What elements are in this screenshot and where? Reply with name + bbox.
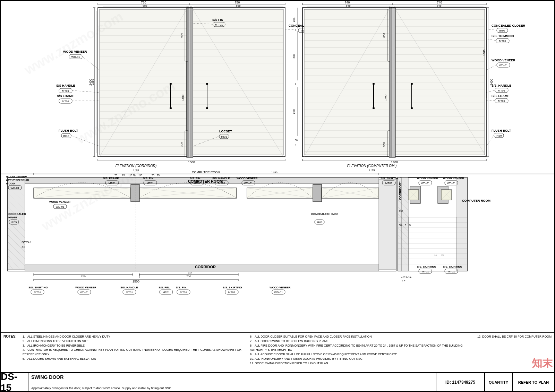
notes-col-2: 6. ALL DOOR CLOSER SUITABLE FOR OPEN FAC…	[250, 334, 473, 371]
note-6: 6. ALL DOOR CLOSER SUITABLE FOR OPEN FAC…	[250, 334, 473, 339]
notes-col-1: 1. ALL STEEL HINGES AND DOOR CLOSER ARE …	[23, 334, 246, 371]
svg-text:CORRIDOR: CORRIDOR	[195, 265, 216, 269]
svg-text:25: 25	[122, 174, 125, 176]
svg-text:75: 75	[114, 174, 117, 176]
svg-text:IR10: IR10	[496, 134, 502, 137]
svg-text:230: 230	[292, 109, 296, 114]
svg-text:CONCEALED: CONCEALED	[8, 212, 26, 216]
svg-text:750: 750	[81, 275, 86, 278]
svg-point-169	[411, 107, 413, 109]
svg-text:S/S. HANDLE: S/S. HANDLE	[212, 177, 230, 180]
svg-text:750: 750	[141, 1, 146, 4]
svg-text:50: 50	[295, 139, 298, 141]
notes-area: NOTES: 1. ALL STEEL HINGES AND DOOR CLOS…	[1, 332, 554, 372]
svg-line-229	[486, 101, 495, 101]
svg-text:1400: 1400	[384, 95, 387, 101]
svg-text:300: 300	[180, 142, 183, 147]
svg-text:ELEVATION (COMPUTER RM.): ELEVATION (COMPUTER RM.)	[347, 164, 397, 168]
footer-subtitle: Approximately 3 hinges for the door, sub…	[31, 386, 433, 390]
svg-text:WOOD VENEER: WOOD VENEER	[270, 286, 291, 289]
svg-text:IR05: IR05	[11, 221, 17, 224]
note-3: 3. ALL IRONMONGERY TO BE REVERSIBLE	[23, 343, 246, 348]
svg-text:S/S. SKIRTING: S/S. SKIRTING	[223, 286, 242, 289]
notes-label: NOTES:	[3, 334, 19, 371]
note-1: 1. ALL STEEL HINGES AND DOOR CLOSER ARE …	[23, 334, 246, 339]
svg-text:WD-01: WD-01	[56, 205, 65, 208]
svg-text:APPLY ON SOLID: APPLY ON SOLID	[6, 178, 29, 182]
svg-line-233	[486, 135, 494, 146]
note-8: 8. ALL FIRE DOOR AND IRONMONGERY WITH FI…	[250, 343, 473, 352]
svg-text:1500: 1500	[188, 160, 195, 164]
svg-line-107	[71, 136, 100, 146]
svg-text:S/S. HANDLE: S/S. HANDLE	[492, 84, 511, 87]
svg-text:WD-01: WD-01	[11, 186, 19, 190]
svg-text:655: 655	[143, 4, 147, 7]
svg-text:750: 750	[186, 275, 191, 278]
svg-text:230: 230	[292, 54, 296, 59]
footer-title-area: SWING DOOR Approximately 3 hinges for th…	[28, 373, 436, 391]
svg-text:WD-01: WD-01	[71, 55, 80, 59]
svg-text:645: 645	[437, 4, 442, 7]
svg-text:517: 517	[188, 271, 192, 274]
svg-text:MT01: MT01	[163, 291, 170, 294]
svg-text:10 10: 10 10	[129, 174, 136, 176]
svg-text:MT01: MT01	[194, 182, 201, 185]
svg-text:95: 95	[139, 174, 142, 176]
svg-text:COMPUTER ROOM: COMPUTER ROOM	[192, 171, 220, 174]
svg-text:MT01: MT01	[498, 89, 505, 92]
drawing-area: 750 750 75 75 655 655 1500 2400 2350	[1, 1, 554, 332]
svg-text:350: 350	[383, 142, 386, 147]
svg-text:S/S. HANDLE: S/S. HANDLE	[120, 286, 138, 289]
svg-text:WD-01: WD-01	[421, 182, 430, 185]
footer-quantity: QUANTITY	[485, 373, 513, 391]
svg-text:MT-01: MT-01	[215, 23, 223, 26]
svg-text:650: 650	[383, 33, 386, 38]
svg-text:MT01: MT01	[109, 182, 116, 185]
svg-text:WOOD VENEER: WOOD VENEER	[443, 177, 464, 180]
svg-text:1500: 1500	[133, 280, 139, 283]
sheet-number: DS-15	[1, 373, 28, 391]
svg-text:1:5: 1:5	[401, 280, 405, 283]
svg-text:S/S. FIN.: S/S. FIN.	[159, 286, 170, 289]
svg-line-95	[285, 29, 298, 30]
svg-text:WD-01: WD-01	[274, 291, 283, 294]
svg-text:S/S. SKIRTING: S/S. SKIRTING	[417, 265, 436, 268]
svg-text:645: 645	[346, 4, 351, 7]
svg-text:WOOD VENEER: WOOD VENEER	[75, 286, 96, 289]
svg-rect-21	[190, 9, 283, 155]
svg-text:WOOD VENEER: WOOD VENEER	[63, 50, 87, 53]
svg-text:8: 8	[295, 82, 296, 85]
svg-text:S/S. FRAME: S/S. FRAME	[492, 94, 510, 98]
svg-text:IR01: IR01	[221, 135, 227, 138]
svg-text:2350: 2350	[91, 79, 94, 85]
svg-text:MT01: MT01	[385, 182, 393, 185]
svg-text:740: 740	[344, 1, 350, 4]
svg-text:COMPUTER ROOM: COMPUTER ROOM	[462, 199, 490, 202]
main-container: 750 750 75 75 655 655 1500 2400 2350	[0, 0, 555, 392]
svg-rect-255	[131, 184, 139, 202]
svg-text:MT01: MT01	[448, 270, 455, 273]
svg-text:MT01: MT01	[62, 89, 69, 93]
svg-text:750: 750	[234, 1, 240, 4]
svg-text:8: 8	[399, 181, 400, 183]
svg-point-50	[170, 107, 172, 109]
notes-columns: 1. ALL STEEL HINGES AND DOOR CLOSER ARE …	[23, 334, 552, 371]
svg-text:230: 230	[399, 210, 403, 212]
svg-line-217	[486, 39, 496, 41]
svg-text:1480: 1480	[271, 171, 278, 174]
note-10: 10. ALL IRONMONGERY AND TIMBER DOOR IS P…	[250, 357, 473, 361]
svg-rect-1	[100, 9, 188, 155]
svg-text:MT01: MT01	[34, 291, 41, 294]
svg-text:1:5: 1:5	[22, 245, 26, 248]
note-7: 7. ALL DOOR SWING TO BE FOLLOW BUILDING …	[250, 339, 473, 343]
svg-line-213	[486, 29, 497, 30]
svg-point-168	[411, 83, 413, 85]
svg-text:WD-01: WD-01	[244, 182, 253, 185]
svg-line-221	[486, 65, 497, 70]
svg-text:650: 650	[180, 33, 183, 38]
svg-point-166	[373, 107, 375, 109]
note-4: 4. CONTRACTOR IS REQUIRED TO CHECK AGAIN…	[23, 348, 246, 357]
svg-text:740: 740	[437, 1, 442, 4]
svg-text:655: 655	[236, 4, 241, 7]
svg-text:WOOD VENEER: WOOD VENEER	[49, 200, 70, 203]
